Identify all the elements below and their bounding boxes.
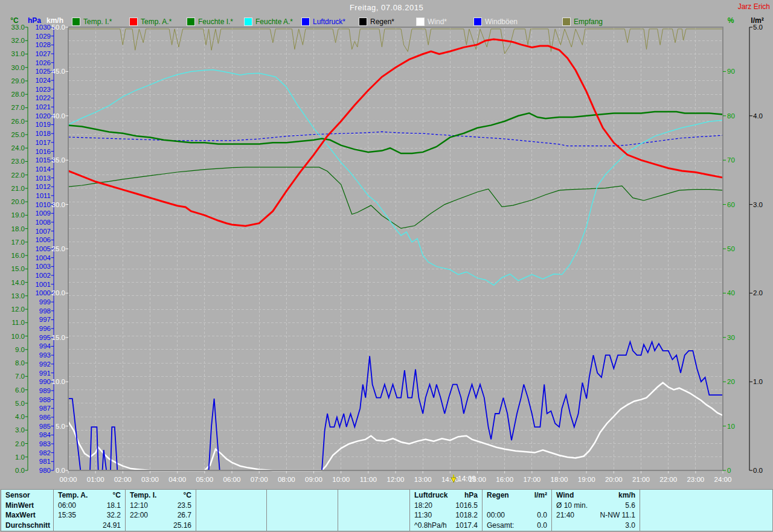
axis-tick-label: 30.0 xyxy=(52,201,65,208)
axis-tick-label: 1013 xyxy=(35,175,51,182)
axis-tick-label: 1003 xyxy=(35,263,51,270)
axis-tick-label: 5.0 xyxy=(56,423,65,430)
axis-tick-label: 18.0 xyxy=(11,225,25,232)
axis-tick-label: 21.0 xyxy=(11,185,25,192)
axis-tick-label: 60 xyxy=(727,201,735,208)
x-tick-label: 16:00 xyxy=(496,476,513,483)
axis-tick-label: 1004 xyxy=(35,254,51,261)
axis-tick-label: 1017 xyxy=(35,139,51,146)
axis-tick-label: 40.0 xyxy=(52,112,65,120)
axis-tick-label: 24.0 xyxy=(11,144,25,152)
axis-tick-label: 80 xyxy=(727,112,735,120)
x-tick-label: 05:00 xyxy=(196,476,213,483)
weather-day-chart: 0.01.02.03.04.05.06.07.08.09.010.011.012… xyxy=(0,0,773,487)
cell-label: Gesamt: xyxy=(487,521,514,530)
table-col-empty-1 xyxy=(196,490,267,531)
table-col-wind: Windkm/h Ø 10 min.5.6 21:40N-NW 11.1 3.0 xyxy=(552,490,640,531)
x-tick-label: 04:00 xyxy=(168,476,186,483)
axis-tick-label: 23.0 xyxy=(11,158,25,165)
axis-tick-label: 10.0 xyxy=(52,378,65,385)
axis-tick-label: 3.0 xyxy=(15,426,25,434)
x-tick-label: 20:00 xyxy=(605,476,623,483)
cell-label: 00:00 xyxy=(487,511,505,519)
axis-title-temp_c: °C xyxy=(10,16,19,25)
axis-tick-label: 1027 xyxy=(35,50,51,57)
axis-tick-label: 1.0 xyxy=(753,378,763,385)
x-tick-label: 17:00 xyxy=(523,476,540,483)
axis-tick-label: 10 xyxy=(727,423,735,430)
axis-tick-label: 25.0 xyxy=(11,131,25,138)
summary-table: Sensor MinWert MaxWert Durchschnitt Temp… xyxy=(1,489,773,531)
axis-tick-label: 45.0 xyxy=(52,68,65,75)
axis-tick-label: 28.0 xyxy=(11,91,25,98)
x-tick-label: 22:00 xyxy=(659,476,677,483)
cell-label: 18:20 xyxy=(414,501,432,510)
axis-tick-label: 985 xyxy=(39,423,51,430)
axis-tick-label: 1012 xyxy=(35,183,51,190)
axis-tick-label: 0.0 xyxy=(753,467,763,474)
axis-tick-label: 3.0 xyxy=(753,201,763,208)
axis-tick-label: 1010 xyxy=(35,201,51,208)
axis-tick-label: 1018 xyxy=(35,130,51,137)
axis-tick-label: 989 xyxy=(39,387,51,394)
x-tick-label: 01:00 xyxy=(87,476,104,483)
table-row-label: MaxWert xyxy=(5,511,36,519)
axis-tick-label: 990 xyxy=(39,378,51,385)
axis-tick-label: 1026 xyxy=(35,59,51,66)
axis-tick-label: 2.0 xyxy=(753,289,763,296)
axis-tick-label: 14.0 xyxy=(11,279,25,286)
axis-tick-label: 13.0 xyxy=(11,292,25,300)
cell-label: 11:30 xyxy=(414,511,432,519)
axis-tick-label: 27.0 xyxy=(11,104,25,111)
axis-tick-label: 6.0 xyxy=(15,386,25,394)
cell-value: 1016.5 xyxy=(455,501,478,510)
axis-tick-label: 15.0 xyxy=(11,265,25,272)
axis-tick-label: 1005 xyxy=(35,245,51,252)
table-col-temp-a: Temp. A.°C 06:0018.1 15:3532.2 24.91 xyxy=(54,490,126,531)
cell-value: 23.5 xyxy=(178,501,191,510)
axis-tick-label: 981 xyxy=(39,458,51,465)
cell-value: 5.6 xyxy=(625,501,635,510)
x-tick-label: 08:00 xyxy=(278,476,295,483)
cell-value: 32.2 xyxy=(107,511,121,519)
axis-tick-label: 1022 xyxy=(35,94,51,101)
axis-tick-label: 11.0 xyxy=(11,319,25,326)
axis-tick-label: 991 xyxy=(39,370,51,377)
cell-value: 26.7 xyxy=(178,511,191,519)
col-unit: °C xyxy=(184,491,191,499)
col-unit: km/h xyxy=(618,491,635,499)
axis-tick-label: 70 xyxy=(727,156,735,164)
axis-tick-label: 12.0 xyxy=(11,306,25,313)
cursor-arrow-icon xyxy=(451,475,457,483)
cell-label: ^0.8hPa/h xyxy=(414,521,447,530)
cursor-time-label: 14:09 xyxy=(458,475,476,483)
axis-tick-label: 1014 xyxy=(35,165,51,173)
col-header: Temp. A. xyxy=(58,491,88,499)
axis-tick-label: 0 xyxy=(727,467,731,474)
cell-label: 06:00 xyxy=(58,501,76,510)
axis-tick-label: 1011 xyxy=(36,192,51,199)
axis-tick-label: 0.0 xyxy=(15,467,25,474)
axis-tick-label: 984 xyxy=(39,431,51,438)
table-col-empty-3 xyxy=(338,490,410,531)
axis-tick-label: 35.0 xyxy=(52,156,65,164)
axis-tick-label: 26.0 xyxy=(11,118,25,125)
axis-tick-label: 2.0 xyxy=(15,440,25,447)
axis-tick-label: 994 xyxy=(39,342,51,350)
time-cursor-marker[interactable]: 14:09 xyxy=(451,475,476,483)
axis-tick-label: 30 xyxy=(727,334,735,341)
axis-tick-label: 9.0 xyxy=(15,346,25,353)
axis-tick-label: 992 xyxy=(39,361,51,368)
axis-tick-label: 1019 xyxy=(35,121,51,128)
axis-tick-label: 19.0 xyxy=(11,211,25,219)
axis-tick-label: 20 xyxy=(727,378,735,385)
x-tick-label: 09:00 xyxy=(305,476,322,483)
cell-label: 15:35 xyxy=(58,511,76,519)
axis-tick-label: 1009 xyxy=(35,210,51,217)
x-tick-label: 02:00 xyxy=(114,476,132,483)
axis-tick-label: 0.0 xyxy=(56,467,65,474)
table-col-regen: Regenl/m² 00:000.0 Gesamt:0.0 xyxy=(483,490,552,531)
x-tick-label: 00:00 xyxy=(60,476,77,483)
axis-tick-label: 1016 xyxy=(35,148,51,155)
axis-tick-label: 1025 xyxy=(35,68,51,75)
